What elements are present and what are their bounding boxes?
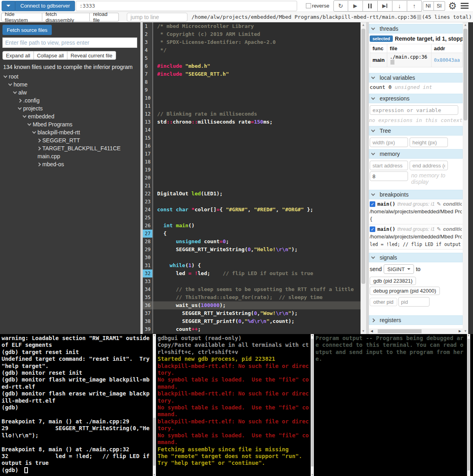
file-tree-folder[interactable]: root (2, 73, 138, 81)
expressions-section-header[interactable]: expressions (369, 94, 463, 103)
reverse-checkbox[interactable] (306, 3, 311, 8)
hscrollbar-thumb[interactable] (378, 329, 422, 333)
scroll-up-arrow-icon[interactable]: ▲ (463, 22, 468, 28)
memory-section-header[interactable]: memory (369, 149, 463, 159)
step-out-button[interactable]: ↑ (407, 0, 422, 12)
next-button[interactable]: ▶ (378, 0, 392, 12)
gdbgui-terminal-scrollbar[interactable]: ▲ ▼ (311, 334, 314, 476)
line-number[interactable]: 17 (143, 150, 153, 158)
line-number[interactable]: 23 (143, 198, 153, 206)
line-number[interactable]: 37 (143, 309, 153, 317)
editor-scrollbar[interactable]: ▲ ▼ (361, 22, 366, 334)
line-number[interactable]: 12 (143, 110, 153, 118)
file-tree-folder[interactable]: home (2, 81, 138, 89)
jump-to-line-input[interactable] (127, 13, 187, 22)
file-tree-folder[interactable]: Mbed Programs (2, 120, 138, 128)
line-number[interactable]: 5 (143, 54, 153, 62)
breakpoint-condition-link[interactable]: condition (443, 226, 462, 232)
breakpoint-item[interactable]: ✓main()thread groups: i1✎condition/home/… (369, 199, 463, 224)
line-number[interactable]: 22 (143, 190, 153, 198)
right-panel-scrollbar[interactable]: ▲ ▼ (463, 22, 468, 334)
line-number[interactable]: 18 (143, 158, 153, 166)
line-number[interactable]: 33 (143, 277, 153, 285)
file-tree-folder[interactable]: alw (2, 89, 138, 96)
line-number[interactable]: 36 (143, 301, 153, 309)
fetch-disassembly-button[interactable]: fetch disassembly (42, 13, 90, 22)
file-tree-folder[interactable]: TARGET_BLACKPILL_F411CE (2, 144, 138, 152)
signal-other-pid-button[interactable]: other pid (370, 298, 397, 306)
line-number[interactable]: 21 (143, 182, 153, 190)
scroll-left-arrow-icon[interactable]: ◀ (369, 328, 374, 334)
signal-select-dropdown[interactable]: SIGINT (384, 264, 414, 274)
file-path-input[interactable] (2, 37, 137, 48)
file-tree-file[interactable]: main.cpp (2, 152, 138, 160)
line-number[interactable]: 15 (143, 134, 153, 142)
edit-condition-icon[interactable]: ✎ (437, 226, 441, 232)
line-number[interactable]: 28 (143, 238, 153, 246)
editor-scrollbar-thumb[interactable] (361, 29, 365, 284)
hide-filesystem-button[interactable]: hide filesystem (1, 13, 42, 22)
scrollbar-thumb[interactable] (463, 29, 467, 120)
line-number[interactable]: 13 (143, 118, 153, 126)
menu-hamburger-icon[interactable] (461, 3, 469, 9)
frame-address-link[interactable]: 0x80043aa (431, 53, 462, 67)
line-number[interactable]: 20 (143, 174, 153, 182)
thread-frame-row[interactable]: main ./main.cpp:36 0x80043aa (370, 53, 463, 67)
collapse-all-button[interactable]: Collapse all (34, 51, 67, 60)
line-number[interactable]: 30 (143, 254, 153, 262)
signal-target-program-button[interactable]: debug program (pid 42000) (370, 287, 440, 295)
line-number[interactable]: 29 (143, 246, 153, 254)
scroll-right-arrow-icon[interactable]: ▶ (457, 328, 463, 334)
line-number[interactable]: 4 (143, 46, 153, 54)
reverse-checkbox-label[interactable]: reverse (306, 3, 329, 9)
file-tree-folder[interactable]: SEGGER_RTT (2, 136, 138, 144)
tree-width-input[interactable] (370, 138, 408, 147)
step-instruction-button[interactable]: SI (434, 1, 445, 11)
line-number[interactable]: 34 (143, 285, 153, 293)
line-number[interactable]: 31 (143, 262, 153, 269)
line-number[interactable]: 7 (143, 70, 153, 78)
program-output-terminal[interactable]: Program output -- Programs being debugge… (314, 334, 467, 476)
line-number[interactable]: 1 (143, 22, 153, 30)
breakpoints-section-header[interactable]: breakpoints (369, 190, 463, 199)
next-instruction-button[interactable]: NI (423, 1, 434, 11)
file-tree-folder[interactable]: blackpill-mbed-rtt (2, 128, 138, 136)
step-into-button[interactable]: ↓ (392, 0, 407, 12)
line-number[interactable]: 8 (143, 78, 153, 86)
edit-condition-icon[interactable]: ✎ (437, 201, 441, 207)
registers-section-header[interactable]: registers (369, 315, 463, 325)
file-tree-folder[interactable]: projects (2, 104, 138, 112)
fetch-source-files-button[interactable]: Fetch source files (2, 25, 52, 35)
tree-section-header[interactable]: Tree (369, 126, 463, 136)
file-tree-folder[interactable]: .config (2, 96, 138, 104)
memory-start-address-input[interactable] (370, 161, 408, 170)
reload-file-button[interactable]: reload file (90, 13, 119, 22)
expression-input[interactable] (370, 105, 458, 115)
breakpoint-condition-link[interactable]: condition (443, 201, 462, 207)
breakpoint-line-number[interactable]: 32 (143, 269, 153, 277)
line-number[interactable]: 9 (143, 86, 153, 94)
other-pid-input[interactable] (398, 297, 430, 307)
file-tree-folder[interactable]: mbed-os (2, 160, 138, 168)
tree-height-input[interactable] (410, 138, 448, 147)
gdb-console-terminal[interactable]: warning: Loadable section "RW_IRAM1" out… (0, 334, 153, 476)
line-number[interactable]: 35 (143, 293, 153, 301)
continue-button[interactable]: ▶ (348, 0, 363, 12)
breakpoint-enabled-checkbox[interactable]: ✓ (370, 201, 375, 207)
locals-section-header[interactable]: local variables (369, 73, 463, 83)
line-number[interactable]: 3 (143, 38, 153, 46)
restart-button[interactable]: ↻ (333, 0, 348, 12)
line-number[interactable]: 38 (143, 317, 153, 325)
signals-section-header[interactable]: signals (369, 253, 463, 262)
scroll-down-arrow-icon[interactable]: ▼ (463, 328, 468, 334)
breakpoint-enabled-checkbox[interactable]: ✓ (370, 226, 375, 232)
memory-bytes-input[interactable] (370, 171, 408, 181)
line-number[interactable]: 26 (143, 222, 153, 230)
threads-section-header[interactable]: threads (369, 24, 463, 33)
line-number[interactable]: 16 (143, 142, 153, 150)
line-number[interactable]: 2 (143, 30, 153, 38)
line-number[interactable]: 14 (143, 126, 153, 134)
line-number[interactable]: 39 (143, 325, 153, 333)
program-terminal-scrollbar[interactable]: ▲ (467, 334, 470, 476)
pause-button[interactable] (363, 0, 378, 12)
